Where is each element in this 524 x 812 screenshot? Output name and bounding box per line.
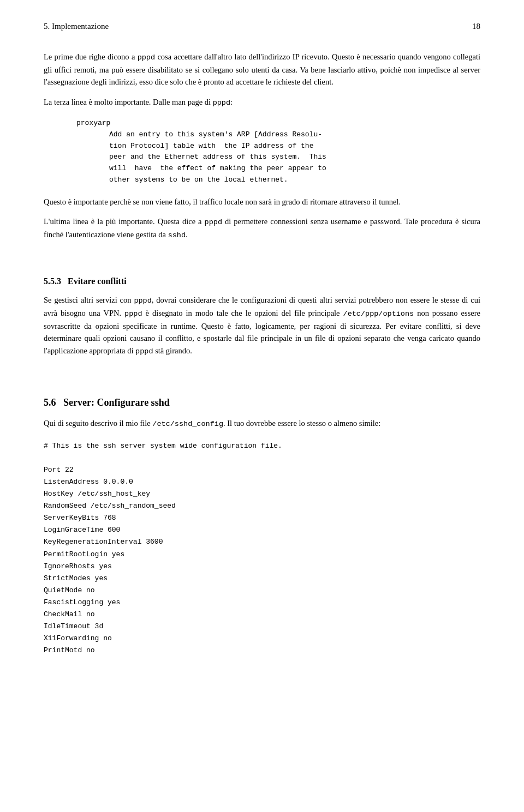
important-para: Questo è importante perchè se non viene … [44,196,480,208]
intro-para2: La terza linea è molto importante. Dalle… [44,96,480,109]
section-56-heading: 5.6 Server: Configurare sshd [44,397,480,408]
page-header: 5. Implementazione 18 [44,22,480,31]
section-56-title: Server: Configurare sshd [63,397,170,408]
section-553-heading: 5.5.3 Evitare conflitti [44,276,480,286]
section-553-number: 5.5.3 [44,276,61,286]
section-553-para1: Se gestisci altri servizi con pppd, dovr… [44,294,480,358]
proxyarp-description: Add an entry to this system's ARP [Addre… [109,129,480,186]
config-comment: # This is the ssh server system wide con… [44,442,282,450]
page: 5. Implementazione 18 Le prime due righe… [0,0,524,812]
page-number: 18 [472,22,480,31]
section-56-intro: Qui di seguito descrivo il mio file /etc… [44,417,480,430]
section-56-number: 5.6 [44,397,56,408]
proxyarp-label: proxyarp [76,119,480,127]
chapter-title: 5. Implementazione [44,22,109,31]
intro-para1: Le prime due righe dicono a pppd cosa ac… [44,51,480,88]
proxyarp-section: proxyarp Add an entry to this system's A… [44,119,480,186]
spacer2 [44,365,480,375]
section-553-title: Evitare conflitti [68,276,127,286]
spacer1 [44,249,480,259]
config-block: # This is the ssh server system wide con… [44,440,480,657]
last-line-para: L'ultima linea è la più importante. Ques… [44,215,480,242]
